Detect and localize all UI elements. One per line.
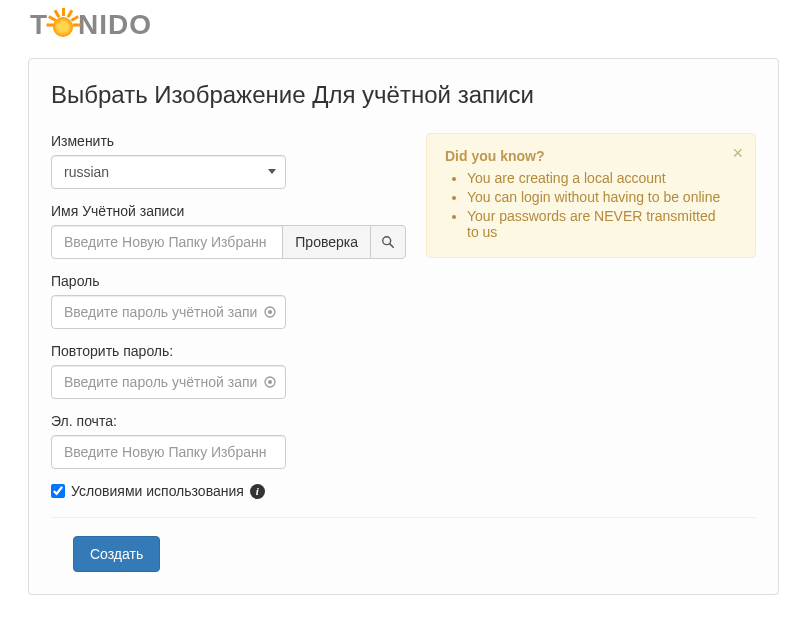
password-input[interactable] bbox=[51, 295, 286, 329]
repeat-password-label: Повторить пароль: bbox=[51, 343, 406, 359]
logo: T NIDO bbox=[30, 8, 777, 42]
eye-icon[interactable] bbox=[262, 374, 278, 390]
info-item: You can login without having to be onlin… bbox=[467, 189, 725, 205]
info-item: You are creating a local account bbox=[467, 170, 725, 186]
svg-point-5 bbox=[268, 380, 272, 384]
info-list: You are creating a local account You can… bbox=[445, 170, 725, 240]
app-header: T NIDO bbox=[0, 0, 807, 48]
language-label: Изменить bbox=[51, 133, 406, 149]
language-select[interactable]: russian bbox=[51, 155, 286, 189]
repeat-password-input[interactable] bbox=[51, 365, 286, 399]
email-label: Эл. почта: bbox=[51, 413, 406, 429]
create-button[interactable]: Создать bbox=[73, 536, 160, 572]
close-icon: × bbox=[732, 143, 743, 163]
terms-label: Условиями использования bbox=[71, 483, 244, 499]
account-name-input[interactable] bbox=[51, 225, 283, 259]
account-name-label: Имя Учётной записи bbox=[51, 203, 406, 219]
search-button[interactable] bbox=[370, 225, 406, 259]
main-panel: Выбрать Изображение Для учётной записи И… bbox=[28, 58, 779, 595]
close-button[interactable]: × bbox=[732, 144, 743, 162]
page-title: Выбрать Изображение Для учётной записи bbox=[51, 81, 756, 109]
terms-checkbox[interactable] bbox=[51, 484, 65, 498]
email-input[interactable] bbox=[51, 435, 286, 469]
info-item: Your passwords are NEVER transmitted to … bbox=[467, 208, 725, 240]
logo-text: NIDO bbox=[78, 9, 152, 41]
check-button[interactable]: Проверка bbox=[282, 225, 371, 259]
svg-line-1 bbox=[390, 244, 394, 248]
info-icon[interactable]: i bbox=[250, 484, 265, 499]
password-label: Пароль bbox=[51, 273, 406, 289]
eye-icon[interactable] bbox=[262, 304, 278, 320]
info-alert: × Did you know? You are creating a local… bbox=[426, 133, 756, 258]
search-icon bbox=[381, 235, 395, 249]
info-title: Did you know? bbox=[445, 148, 725, 164]
form-column: Изменить russian Имя Учётной записи Пров… bbox=[51, 133, 406, 483]
sun-icon bbox=[46, 8, 80, 42]
divider bbox=[51, 517, 756, 518]
svg-point-3 bbox=[268, 310, 272, 314]
